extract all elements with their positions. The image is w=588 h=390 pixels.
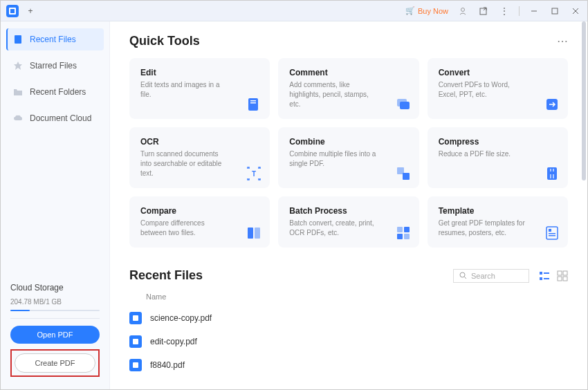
template-icon	[544, 225, 560, 241]
sidebar-item-starred-files[interactable]: Starred Files	[6, 55, 104, 77]
file-name: science-copy.pdf	[150, 313, 212, 323]
svg-rect-22	[397, 227, 403, 232]
recent-files-title: Recent Files	[129, 268, 203, 283]
sidebar-item-document-cloud[interactable]: Document Cloud	[6, 107, 104, 129]
file-row[interactable]: science-copy.pdf	[129, 306, 568, 330]
card-combine[interactable]: Combine Combine multiple files into a si…	[278, 127, 419, 188]
sidebar-item-label: Document Cloud	[30, 113, 91, 123]
cloud-storage-bar	[10, 310, 100, 311]
svg-rect-38	[558, 277, 562, 281]
create-pdf-button[interactable]: Create PDF	[15, 353, 95, 373]
svg-point-2	[461, 8, 465, 11]
svg-rect-37	[563, 271, 567, 275]
cloud-storage-usage: 204.78 MB/1 GB	[10, 298, 100, 306]
svg-rect-10	[248, 98, 258, 111]
compress-icon	[544, 166, 560, 181]
minimize-button[interactable]	[528, 5, 540, 17]
star-icon	[13, 61, 23, 71]
comment-icon	[396, 97, 411, 112]
quick-tools-grid: Edit Edit texts and images in a file. Co…	[129, 58, 568, 248]
svg-text:T: T	[252, 170, 256, 178]
svg-rect-11	[250, 100, 256, 102]
svg-rect-39	[563, 277, 567, 281]
svg-rect-3	[480, 8, 486, 15]
card-template[interactable]: Template Get great PDF templates for res…	[428, 196, 568, 248]
list-view-icon[interactable]	[539, 270, 550, 281]
ocr-icon: T	[246, 166, 261, 181]
cloud-storage-title: Cloud Storage	[10, 283, 100, 292]
file-name: f8840.pdf	[150, 360, 185, 370]
svg-rect-28	[549, 233, 555, 234]
quick-tools-title: Quick Tools	[129, 34, 200, 48]
svg-rect-29	[549, 235, 555, 236]
sidebar-item-label: Recent Folders	[30, 87, 86, 97]
svg-line-31	[465, 277, 467, 279]
titlebar: + 🛒 Buy Now ⋮	[1, 1, 587, 21]
combine-icon	[396, 166, 411, 181]
file-row[interactable]: f8840.pdf	[129, 353, 568, 377]
svg-rect-18	[403, 173, 410, 180]
svg-rect-20	[248, 228, 253, 239]
svg-rect-32	[540, 272, 542, 275]
card-ocr[interactable]: OCR Turn scanned documents into searchab…	[129, 127, 270, 188]
create-pdf-highlight: Create PDF	[10, 349, 100, 377]
avatar-icon[interactable]	[457, 5, 469, 17]
maximize-button[interactable]	[549, 5, 561, 17]
pdf-file-icon	[129, 312, 142, 324]
card-compare[interactable]: Compare Compare differences between two …	[129, 196, 270, 248]
close-button[interactable]	[569, 5, 582, 17]
file-row[interactable]: edit-copy.pdf	[129, 330, 568, 353]
grid-view-icon[interactable]	[557, 270, 568, 281]
cart-icon: 🛒	[405, 6, 415, 15]
cloud-icon	[13, 113, 23, 123]
share-icon[interactable]	[477, 5, 490, 17]
sidebar-item-recent-folders[interactable]: Recent Folders	[6, 81, 104, 103]
svg-rect-33	[544, 272, 549, 274]
svg-rect-40	[133, 315, 138, 321]
scrollbar[interactable]	[582, 21, 586, 180]
kebab-menu-icon[interactable]: ⋮	[498, 5, 511, 17]
column-header-name: Name	[129, 290, 568, 306]
svg-rect-36	[558, 271, 562, 275]
open-pdf-button[interactable]: Open PDF	[10, 326, 100, 344]
buy-now-button[interactable]: 🛒 Buy Now	[405, 6, 448, 15]
svg-rect-8	[15, 35, 21, 44]
svg-rect-12	[250, 102, 256, 104]
compare-icon	[246, 225, 261, 241]
svg-rect-25	[404, 234, 410, 239]
card-batch-process[interactable]: Batch Process Batch convert, create, pri…	[278, 196, 419, 248]
app-logo	[6, 5, 19, 17]
card-comment[interactable]: Comment Add comments, like highlights, p…	[278, 58, 419, 119]
svg-rect-1	[10, 9, 15, 13]
svg-rect-23	[404, 227, 410, 232]
new-tab-icon[interactable]: +	[24, 5, 37, 17]
convert-icon	[544, 97, 560, 112]
sidebar-item-label: Starred Files	[30, 61, 77, 71]
svg-marker-9	[14, 62, 22, 70]
edit-icon	[246, 97, 261, 112]
svg-rect-27	[549, 229, 551, 232]
svg-rect-35	[544, 278, 549, 279]
pdf-file-icon	[129, 335, 142, 348]
svg-rect-5	[552, 8, 558, 14]
file-name: edit-copy.pdf	[150, 337, 197, 346]
sidebar-item-recent-files[interactable]: Recent Files	[6, 28, 104, 50]
card-convert[interactable]: Convert Convert PDFs to Word, Excel, PPT…	[428, 58, 568, 119]
svg-rect-21	[255, 228, 260, 239]
batch-icon	[396, 225, 411, 241]
search-input[interactable]: Search	[453, 269, 529, 283]
content-area: Quick Tools ⋯ Edit Edit texts and images…	[110, 21, 587, 389]
svg-rect-42	[133, 362, 138, 368]
sidebar: Recent Files Starred Files Recent Folder…	[1, 21, 110, 389]
more-icon[interactable]: ⋯	[557, 35, 568, 48]
card-compress[interactable]: Compress Reduce a PDF file size.	[428, 127, 568, 188]
svg-rect-14	[400, 102, 410, 109]
cloud-storage-panel: Cloud Storage 204.78 MB/1 GB Open PDF Cr…	[6, 277, 104, 382]
file-icon	[13, 35, 23, 44]
svg-rect-41	[133, 339, 138, 344]
folder-icon	[13, 87, 23, 97]
pdf-file-icon	[129, 359, 142, 371]
svg-rect-24	[397, 234, 403, 239]
card-edit[interactable]: Edit Edit texts and images in a file.	[129, 58, 270, 119]
svg-point-30	[460, 272, 465, 277]
